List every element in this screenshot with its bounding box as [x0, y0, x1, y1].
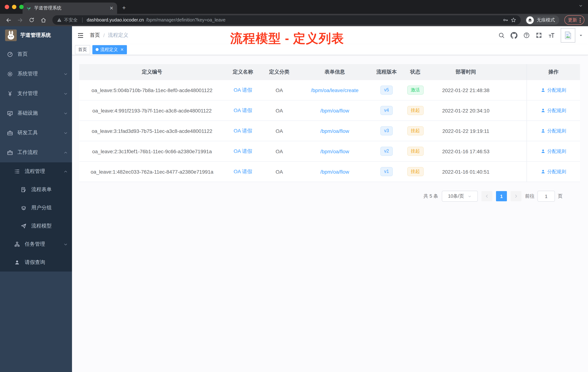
breadcrumb: 首页 / 流程定义 [90, 32, 128, 39]
chevron-right-icon [514, 194, 518, 198]
sidebar-item-form[interactable]: 流程表单 [0, 181, 72, 199]
close-window-button[interactable] [5, 5, 9, 9]
assign-rule-link[interactable]: 分配规则 [541, 128, 566, 134]
page-number-button[interactable]: 1 [496, 191, 507, 201]
sidebar-item-user[interactable]: 请假查询 [0, 253, 72, 272]
form-info-link[interactable]: /bpm/oa/flow [320, 128, 349, 134]
tag-active[interactable]: 流程定义✕ [92, 45, 127, 54]
version-cell: v3 [372, 121, 401, 141]
sidebar-item-tree[interactable]: 任务管理 [0, 235, 72, 253]
sidebar-collapse-icon[interactable] [77, 32, 84, 39]
browser-tab[interactable]: 芋道管理系统 ✕ [22, 2, 117, 14]
browser-menu-icon[interactable] [580, 18, 581, 22]
security-warning-icon[interactable] [57, 17, 62, 22]
page-size-select[interactable]: 10条/页 [442, 191, 478, 202]
back-icon[interactable] [4, 15, 13, 25]
chevron-down-icon [64, 72, 68, 76]
sidebar-item-briefcase[interactable]: 工作流程 [0, 143, 72, 162]
browser-update-button[interactable]: 更新 [564, 15, 584, 25]
tag-close-icon[interactable]: ✕ [120, 47, 124, 52]
update-label[interactable]: 更新 [568, 17, 577, 23]
definition-name-link[interactable]: OA 请假 [234, 107, 252, 114]
chevron-down-icon [64, 111, 68, 115]
definition-name-cell: OA 请假 [225, 162, 261, 182]
assign-rule-link[interactable]: 分配规则 [541, 148, 566, 154]
user-icon [14, 260, 20, 265]
reload-icon[interactable] [27, 15, 36, 25]
tab-search-chevron-icon[interactable] [578, 4, 583, 8]
minimize-window-button[interactable] [12, 5, 16, 9]
form-info-link[interactable]: /bpm/oa/flow [320, 148, 349, 154]
next-page-button[interactable] [511, 191, 521, 201]
list-icon [14, 169, 20, 174]
assign-rule-label: 分配规则 [547, 128, 566, 134]
status-badge: 激活 [407, 86, 423, 95]
definition-table: 定义编号定义名称定义分类表单信息流程版本状态部署时间操作 oa_leave:5:… [79, 64, 580, 182]
definition-name-link[interactable]: OA 请假 [234, 148, 252, 154]
help-icon[interactable] [523, 32, 530, 39]
maximize-window-button[interactable] [19, 5, 24, 9]
security-label[interactable]: 不安全 [64, 17, 78, 23]
search-icon[interactable] [498, 32, 505, 39]
table-row: oa_leave:2:3c1f0ef1-76b1-11ec-9c66-a2380… [79, 141, 580, 161]
sidebar-item-list[interactable]: 流程管理 [0, 162, 72, 181]
password-key-icon[interactable] [503, 17, 508, 23]
forward-icon[interactable] [15, 15, 25, 25]
prev-page-button[interactable] [482, 191, 492, 201]
home-icon[interactable] [39, 15, 48, 25]
status-badge: 挂起 [407, 167, 423, 176]
new-tab-button[interactable]: + [122, 4, 126, 12]
definition-category-cell: OA [261, 80, 297, 100]
form-info-link[interactable]: /bpm/oa/flow [320, 108, 349, 113]
sidebar-item-gear[interactable]: 系统管理 [0, 64, 72, 84]
table-row: oa_leave:1:482ec033-762a-11ec-8477-a2380… [79, 161, 580, 182]
goto-page-input[interactable] [537, 191, 555, 202]
breadcrumb-home[interactable]: 首页 [90, 32, 100, 39]
user-group-icon [20, 205, 27, 211]
column-header-6: 部署时间 [430, 64, 502, 80]
sidebar-item-paper-plane[interactable]: 流程模型 [0, 217, 72, 235]
avatar-caret-down-icon[interactable] [579, 33, 583, 37]
user-icon [541, 149, 546, 153]
version-cell: v4 [372, 100, 401, 120]
form-info-link[interactable]: /bpm/oa/leave/create [311, 87, 358, 93]
user-avatar[interactable] [561, 28, 575, 43]
definition-name-link[interactable]: OA 请假 [234, 168, 252, 175]
status-cell: 激活 [401, 80, 430, 100]
tag-inactive[interactable]: 首页 [75, 45, 90, 54]
definition-category-cell: OA [261, 141, 297, 161]
assign-rule-link[interactable]: 分配规则 [541, 107, 566, 114]
sidebar-item-monitor[interactable]: 基础设施 [0, 103, 72, 123]
status-badge: 挂起 [407, 127, 423, 135]
tab-close-icon[interactable]: ✕ [109, 5, 114, 11]
form-info-link[interactable]: /bpm/oa/flow [320, 169, 349, 175]
address-bar[interactable]: 不安全 dashboard.yudao.iocoder.cn/bpm/manag… [52, 15, 521, 25]
action-cell: 分配规则 [526, 162, 580, 182]
page-annotation: 流程模型 - 定义列表 [230, 30, 344, 47]
monitor-icon [7, 110, 13, 116]
deploy-time-cell: 2022-01-22 21:48:38 [430, 80, 502, 100]
assign-rule-label: 分配规则 [547, 107, 566, 114]
definition-name-link[interactable]: OA 请假 [234, 128, 252, 134]
assign-rule-link[interactable]: 分配规则 [541, 87, 566, 93]
sidebar-item-yen[interactable]: 支付管理 [0, 84, 72, 103]
paper-plane-icon [20, 223, 27, 229]
bookmark-star-icon[interactable] [511, 17, 516, 23]
sidebar-item-dashboard[interactable]: 首页 [0, 44, 72, 64]
font-size-icon[interactable] [548, 32, 555, 39]
column-header-5: 状态 [401, 64, 430, 80]
sidebar-logo[interactable]: 芋道管理系统 [0, 26, 72, 44]
definition-name-link[interactable]: OA 请假 [234, 87, 252, 93]
action-cell: 分配规则 [526, 80, 580, 100]
sidebar-item-user-group[interactable]: 用户分组 [0, 199, 72, 217]
chevron-up-icon [64, 151, 68, 154]
assign-rule-link[interactable]: 分配规则 [541, 168, 566, 175]
breadcrumb-current: 流程定义 [108, 32, 128, 39]
briefcase-icon [7, 149, 13, 156]
sidebar-item-toolbox[interactable]: 研发工具 [0, 123, 72, 143]
definition-id-cell: oa_leave:1:482ec033-762a-11ec-8477-a2380… [79, 162, 225, 182]
github-icon[interactable] [511, 32, 517, 39]
chevron-left-icon [485, 194, 489, 198]
column-header-0: 定义编号 [79, 64, 225, 80]
fullscreen-icon[interactable] [536, 32, 542, 39]
